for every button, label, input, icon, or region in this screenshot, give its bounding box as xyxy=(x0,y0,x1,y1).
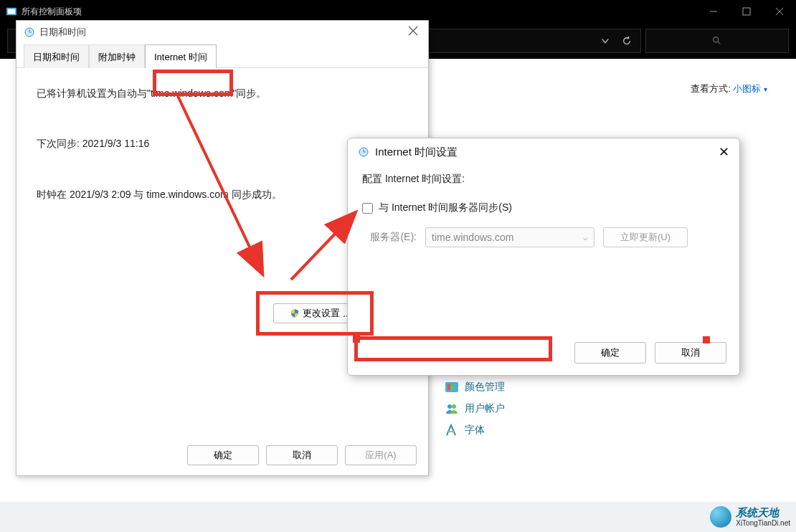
search-icon xyxy=(712,36,722,46)
watermark-url: XiTongTianDi.net xyxy=(736,519,790,527)
its-title-text: Internet 时间设置 xyxy=(375,146,458,159)
window-title: 所有控制面板项 xyxy=(22,6,82,18)
cp-item-label: 用户帐户 xyxy=(465,402,505,415)
view-mode-label: 查看方式: xyxy=(691,83,731,94)
svg-rect-10 xyxy=(451,384,454,390)
control-panel-icon xyxy=(6,6,17,17)
refresh-icon[interactable] xyxy=(622,36,632,46)
cp-item-label: 颜色管理 xyxy=(465,381,505,394)
clock-icon xyxy=(24,27,35,38)
server-combobox[interactable]: time.windows.com ⌵ xyxy=(425,227,594,247)
control-panel-item-list: 颜色管理 用户帐户 字体 xyxy=(445,380,505,445)
server-value: time.windows.com xyxy=(432,232,513,243)
date-time-titlebar[interactable]: 日期和时间 xyxy=(16,21,428,44)
svg-rect-1 xyxy=(8,9,16,14)
config-label: 配置 Internet 时间设置: xyxy=(362,173,725,186)
maximize-button[interactable] xyxy=(730,0,763,23)
its-body: 配置 Internet 时间设置: 与 Internet 时间服务器同步(S) … xyxy=(348,166,739,255)
svg-point-6 xyxy=(714,37,719,42)
its-footer: 确定 取消 xyxy=(574,342,726,364)
update-now-button[interactable]: 立即更新(U) xyxy=(603,227,688,247)
search-box[interactable] xyxy=(645,29,789,53)
sync-status-text: 已将计算机设置为自动与"time.windows.com"同步。 xyxy=(37,85,408,101)
shield-icon xyxy=(290,308,300,318)
close-icon[interactable]: ✕ xyxy=(719,144,729,160)
cancel-button[interactable]: 取消 xyxy=(655,342,726,364)
tab-date-time[interactable]: 日期和时间 xyxy=(24,44,89,68)
cp-item-label: 字体 xyxy=(465,424,485,437)
view-mode: 查看方式: 小图标 ▾ xyxy=(691,82,767,95)
cp-item-user-accounts[interactable]: 用户帐户 xyxy=(445,402,505,416)
svg-rect-3 xyxy=(743,8,750,15)
globe-icon xyxy=(710,506,731,528)
users-icon xyxy=(445,402,459,416)
its-titlebar[interactable]: Internet 时间设置 ✕ xyxy=(348,138,739,166)
view-mode-link[interactable]: 小图标 ▾ xyxy=(733,83,767,94)
cp-item-color-management[interactable]: 颜色管理 xyxy=(445,380,505,394)
ok-button[interactable]: 确定 xyxy=(187,445,259,465)
svg-point-12 xyxy=(452,404,456,409)
close-button[interactable] xyxy=(763,0,796,23)
tab-internet-time[interactable]: Internet 时间 xyxy=(145,44,217,68)
close-icon[interactable] xyxy=(408,26,421,39)
cancel-button[interactable]: 取消 xyxy=(266,445,338,465)
ok-button[interactable]: 确定 xyxy=(574,342,646,364)
date-time-tabs: 日期和时间 附加时钟 Internet 时间 xyxy=(16,44,428,68)
date-time-title: 日期和时间 xyxy=(39,26,86,39)
minimize-button[interactable] xyxy=(697,0,730,23)
sync-checkbox-label: 与 Internet 时间服务器同步(S) xyxy=(379,201,512,214)
server-row: 服务器(E): time.windows.com ⌵ 立即更新(U) xyxy=(362,227,725,247)
date-time-footer: 确定 取消 应用(A) xyxy=(187,445,417,465)
chevron-down-icon[interactable] xyxy=(600,36,610,46)
clock-icon xyxy=(358,146,369,158)
watermark: 系统天地 XiTongTianDi.net xyxy=(710,506,790,528)
svg-line-7 xyxy=(718,42,721,44)
watermark-title: 系统天地 xyxy=(736,507,790,519)
server-label: 服务器(E): xyxy=(362,231,417,244)
internet-time-settings-dialog: Internet 时间设置 ✕ 配置 Internet 时间设置: 与 Inte… xyxy=(347,138,740,376)
apply-button[interactable]: 应用(A) xyxy=(345,445,417,465)
sync-checkbox[interactable] xyxy=(362,203,373,214)
cp-item-fonts[interactable]: 字体 xyxy=(445,423,505,437)
chevron-down-icon: ⌵ xyxy=(583,233,588,242)
tab-additional-clocks[interactable]: 附加时钟 xyxy=(89,44,145,68)
sync-checkbox-row[interactable]: 与 Internet 时间服务器同步(S) xyxy=(362,200,725,216)
font-icon xyxy=(445,423,459,437)
color-icon xyxy=(445,380,459,394)
svg-rect-9 xyxy=(447,384,450,390)
svg-point-11 xyxy=(447,404,452,409)
